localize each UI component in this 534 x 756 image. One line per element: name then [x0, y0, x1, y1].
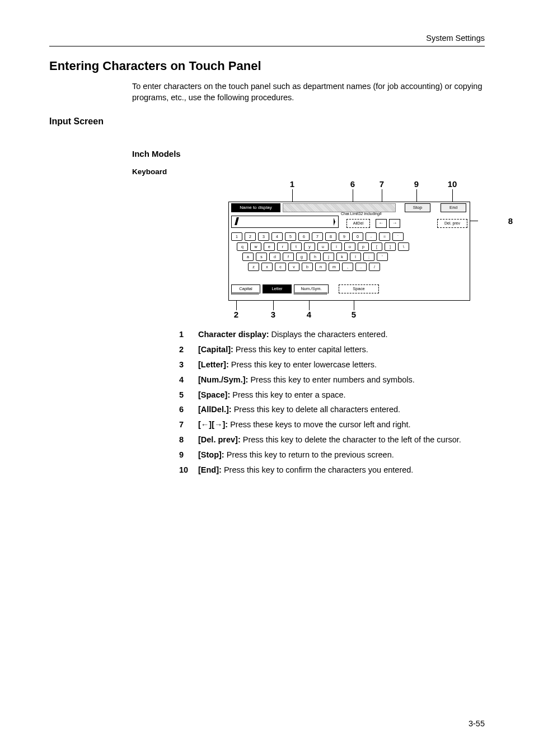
running-head: System Settings [49, 34, 485, 43]
keyboard-heading: Keyboard [132, 167, 485, 176]
char-limit-label: Char.Limit32 including# [341, 212, 382, 216]
legend-text: [Space]: Press this key to enter a space… [198, 390, 346, 400]
key-=[interactable]: = [379, 232, 390, 241]
space-button[interactable]: Space [339, 284, 379, 293]
key-,[interactable]: , [342, 263, 353, 271]
legend-row-3: 3[Letter]: Press this key to enter lower… [179, 360, 485, 370]
key-f[interactable]: f [283, 253, 294, 261]
key-9[interactable]: 9 [339, 232, 350, 241]
key-0[interactable]: 0 [352, 232, 363, 241]
model-heading: Inch Models [132, 149, 485, 158]
page-number: 3-55 [469, 719, 485, 728]
key-d[interactable]: d [269, 253, 280, 261]
key-r[interactable]: r [277, 242, 288, 251]
legend-text: [Stop]: Press this key to return to the … [198, 450, 394, 460]
cursor-left-button[interactable]: ← [376, 219, 387, 228]
legend-text: [AllDel.]: Press this key to delete all … [198, 404, 400, 415]
callout-6: 6 [347, 179, 358, 189]
key-/[interactable]: / [369, 263, 380, 271]
key-5[interactable]: 5 [285, 232, 296, 241]
key-6[interactable]: 6 [298, 232, 310, 241]
keyboard-diagram: 1 6 7 9 10 8 2 3 4 5 Name to display Sto… [179, 179, 493, 319]
key-][interactable]: ] [385, 242, 396, 251]
letter-button[interactable]: Letter [263, 284, 292, 293]
cursor-right-button[interactable]: → [389, 219, 400, 228]
legend-text: [←][→]: Press these keys to move the cur… [198, 419, 411, 430]
legend-row-1: 1Character display: Displays the charact… [179, 329, 485, 340]
legend-text: [Num./Sym.]: Press this key to enter num… [198, 375, 415, 385]
intro-text: To enter characters on the touch panel s… [132, 81, 485, 103]
callout-10: 10 [447, 179, 458, 189]
divider [49, 46, 485, 46]
legend-num: 2 [179, 344, 198, 355]
legend-text: [Capital]: Press this key to enter capit… [198, 344, 368, 355]
stop-button[interactable]: Stop [405, 203, 430, 212]
alldel-button[interactable]: AllDel [346, 219, 370, 228]
legend-text: [Letter]: Press this key to enter lowerc… [198, 360, 377, 370]
key-u[interactable]: u [317, 242, 329, 251]
key-t[interactable]: t [291, 242, 302, 251]
callout-1: 1 [287, 179, 298, 189]
callout-3: 3 [268, 310, 279, 319]
key-[[interactable]: [ [371, 242, 382, 251]
key-.[interactable]: . [355, 263, 367, 271]
key-1[interactable]: 1 [231, 232, 242, 241]
key-k[interactable]: k [336, 253, 348, 261]
legend-row-8: 8[Del. prev]: Press this key to delete t… [179, 435, 485, 445]
legend-list: 1Character display: Displays the charact… [179, 329, 485, 475]
subsection-heading: Input Screen [49, 116, 485, 127]
callout-5: 5 [348, 310, 359, 319]
key-`[interactable]: ` [392, 232, 404, 241]
key-b[interactable]: b [302, 263, 313, 271]
key-y[interactable]: y [304, 242, 315, 251]
key-q[interactable]: q [237, 242, 248, 251]
key-l[interactable]: l [350, 253, 361, 261]
key-3[interactable]: 3 [258, 232, 269, 241]
legend-text: [Del. prev]: Press this key to delete th… [198, 435, 461, 445]
section-heading: Entering Characters on Touch Panel [49, 59, 485, 73]
key-4[interactable]: 4 [271, 232, 283, 241]
legend-row-9: 9[Stop]: Press this key to return to the… [179, 450, 485, 460]
key-2[interactable]: 2 [245, 232, 256, 241]
key-h[interactable]: h [310, 253, 321, 261]
key-m[interactable]: m [329, 263, 340, 271]
key-w[interactable]: w [250, 242, 261, 251]
legend-num: 4 [179, 375, 198, 385]
key-c[interactable]: c [275, 263, 286, 271]
name-to-display-label: Name to display [231, 203, 280, 212]
key-z[interactable]: z [248, 263, 259, 271]
legend-num: 3 [179, 360, 198, 370]
key-7[interactable]: 7 [312, 232, 323, 241]
legend-num: 8 [179, 435, 198, 445]
character-display[interactable] [231, 216, 339, 228]
del-prev-button[interactable]: Del. prev [437, 219, 467, 228]
legend-row-10: 10[End]: Press this key to confirm the c… [179, 465, 485, 475]
key-s[interactable]: s [256, 253, 267, 261]
key-i[interactable]: i [331, 242, 342, 251]
key-;[interactable]: ; [363, 253, 374, 261]
legend-row-2: 2[Capital]: Press this key to enter capi… [179, 344, 485, 355]
key-v[interactable]: v [288, 263, 299, 271]
legend-num: 1 [179, 329, 198, 340]
key-8[interactable]: 8 [325, 232, 336, 241]
legend-text: [End]: Press this key to confirm the cha… [198, 465, 413, 475]
end-button[interactable]: End [441, 203, 466, 212]
legend-num: 10 [179, 465, 198, 475]
key-j[interactable]: j [323, 253, 334, 261]
key-p[interactable]: p [358, 242, 369, 251]
legend-text: Character display: Displays the characte… [198, 329, 388, 340]
key-e[interactable]: e [264, 242, 275, 251]
key-a[interactable]: a [242, 253, 254, 261]
key-x[interactable]: x [261, 263, 273, 271]
key--[interactable]: - [366, 232, 377, 241]
key-g[interactable]: g [296, 253, 307, 261]
callout-7: 7 [376, 179, 387, 189]
touch-panel: Name to display Stop End Char.Limit32 in… [228, 202, 470, 301]
key-'[interactable]: ' [377, 253, 388, 261]
key-n[interactable]: n [315, 263, 326, 271]
legend-row-4: 4[Num./Sym.]: Press this key to enter nu… [179, 375, 485, 385]
key-\[interactable]: \ [398, 242, 409, 251]
callout-9: 9 [411, 179, 422, 189]
key-o[interactable]: o [344, 242, 355, 251]
legend-num: 6 [179, 404, 198, 415]
